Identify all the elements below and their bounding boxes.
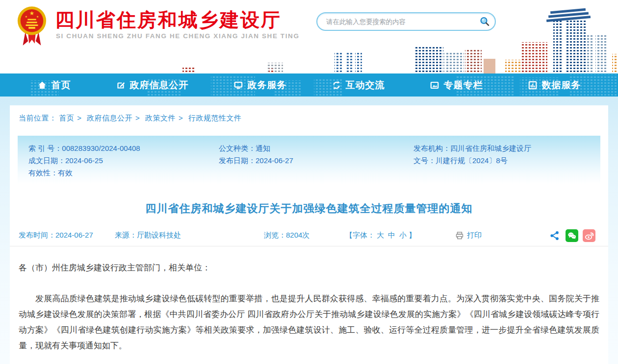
nav-item-label: 数据服务 [542,79,581,92]
font-widget-close: 】 [409,231,416,239]
site-logo[interactable]: ★ ★ ★ [17,2,47,49]
article-salutation: 各（市）州住房城乡建设行政主管部门，相关单位： [19,260,599,276]
bar-chart-icon [528,80,538,90]
font-size-widget: 【字体：大中小】 [345,231,416,240]
nav-item-label: 专题专栏 [444,79,483,92]
font-size-small[interactable]: 小 [399,231,407,239]
weibo-icon [584,231,594,241]
nav-item-topics[interactable]: 专题专栏 [430,79,483,92]
exchange-icon [332,80,341,90]
monitor-icon [233,80,243,90]
national-emblem-icon: ★ ★ ★ [17,2,47,49]
nav-item-gov-info[interactable]: 政府信息公开 [116,79,189,92]
nav-item-interaction[interactable]: 互动交流 [332,79,385,92]
wechat-share-button[interactable] [566,229,578,242]
search-icon [479,16,490,27]
nav-item-label: 政务服务 [248,79,287,92]
view-count: 浏览：8204次 [264,231,309,240]
breadcrumb-link-policy-files[interactable]: 政策文件 [145,114,176,122]
weibo-share-button[interactable] [583,229,595,242]
print-label: 打印 [467,231,482,240]
svg-text:★: ★ [25,15,27,18]
nav-item-label: 首页 [52,79,71,92]
breadcrumb-separator: > [179,114,183,122]
nav-item-home[interactable]: 首页 [37,79,71,92]
nav-item-gov-service[interactable]: 政务服务 [233,79,287,92]
breadcrumb-link-home[interactable]: 首页 [59,114,74,122]
breadcrumb-link-gov-info[interactable]: 政府信息公开 [87,114,132,122]
meta-written-date: 成文日期：2024-06-25 [28,154,219,167]
article-title: 四川省住房和城乡建设厅关于加强绿色建筑全过程质量管理的通知 [10,201,608,216]
document-edit-icon [116,80,126,90]
meta-issuing-agency: 发布机构：四川省住房和城乡建设厅 [413,142,600,154]
article-paragraph: 发展高品质绿色建筑是推动城乡建设绿色低碳转型的重要举措，也是提升人民群众获得感、… [19,291,599,354]
meta-document-type: 公文种类：通知 [219,142,413,154]
site-title: 四川省住房和城乡建设厅 [55,7,282,33]
search-box [316,12,496,31]
search-input[interactable] [317,18,476,25]
nav-item-label: 政府信息公开 [130,79,189,92]
publish-time: 发布时间：2024-06-27 [19,231,93,240]
meta-document-number: 文号：川建行规〔2024〕8号 [413,154,600,167]
meta-index-number: 索 引 号：008283930/2024-00408 [28,142,219,154]
breadcrumb-separator: > [135,114,140,122]
page: ★ ★ ★ 四川省住房和城乡建设厅 SI CHUAN SHENG ZHU FAN… [0,0,618,364]
breadcrumb-link-normative-files[interactable]: 行政规范性文件 [188,114,242,122]
share-icon [549,230,560,241]
content-panel: 当前位置： 首页> 政府信息公开> 政策文件> 行政规范性文件 索 引 号：00… [10,105,608,364]
font-size-medium[interactable]: 中 [388,231,395,239]
meta-validity: 有效性：有效 [28,167,219,179]
share-bar [548,229,595,242]
search-button[interactable] [476,13,493,30]
share-button[interactable] [548,229,561,242]
image-icon [430,80,439,90]
breadcrumb-separator: > [77,114,81,122]
breadcrumb: 当前位置： 首页> 政府信息公开> 政策文件> 行政规范性文件 [19,114,241,123]
site-header: ★ ★ ★ 四川省住房和城乡建设厅 SI CHUAN SHENG ZHU FAN… [0,0,618,73]
site-subtitle: SI CHUAN SHENG ZHU FANG HE CHENG XIANG J… [56,32,300,40]
nav-item-label: 互动交流 [346,79,385,92]
nav-item-data-service[interactable]: 数据服务 [528,79,581,92]
print-button[interactable]: 打印 [455,231,482,240]
font-size-large[interactable]: 大 [377,231,384,239]
printer-icon [455,231,464,240]
main-nav: 首页 政府信息公开 政务服务 互动交流 专题专栏 数据服务 [0,73,618,97]
article-body: 各（市）州住房城乡建设行政主管部门，相关单位： 发展高品质绿色建筑是推动城乡建设… [19,260,599,354]
article-source: 来源：厅勘设科技处 [115,231,181,240]
document-meta-box: 索 引 号：008283930/2024-00408 成文日期：2024-06-… [18,136,600,184]
breadcrumb-label: 当前位置： [19,114,57,122]
font-widget-open: 【字体： [345,231,375,239]
home-icon [37,80,47,90]
article-meta-row: 发布时间：2024-06-27 来源：厅勘设科技处 浏览：8204次 【字体：大… [10,227,608,246]
wechat-icon [567,231,577,241]
svg-text:★: ★ [29,10,34,17]
meta-release-date: 发布日期：2024-06-27 [219,154,413,167]
svg-text:★: ★ [36,15,39,18]
